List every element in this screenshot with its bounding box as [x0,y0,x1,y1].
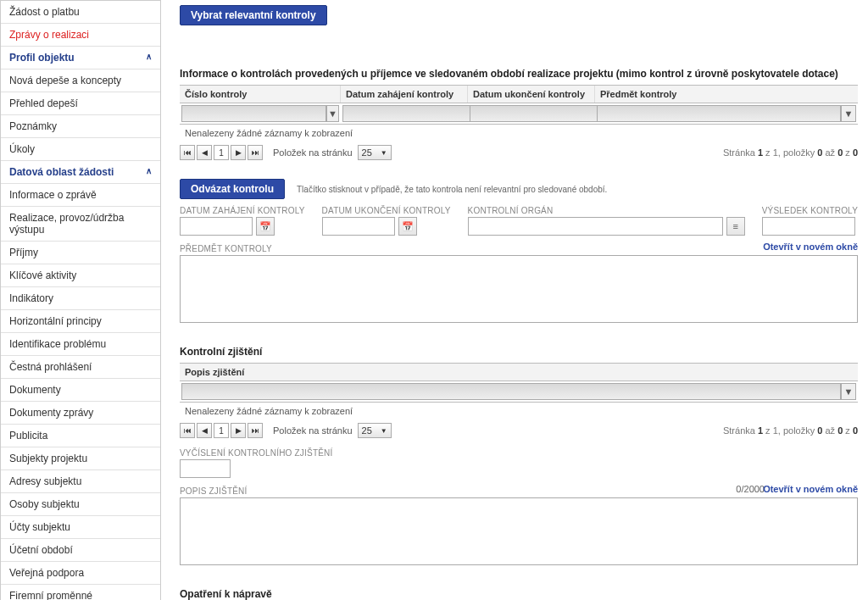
sidebar-item-zadost-o-platbu[interactable]: Žádost o platbu [1,1,160,24]
filter-dz-input[interactable] [342,105,487,122]
sidebar-item-ucty-subjektu[interactable]: Účty subjektu [1,516,160,539]
sidebar-item-label: Osoby subjektu [9,498,80,510]
sidebar-item-label: Adresy subjektu [9,475,81,487]
kontrolni-organ-input[interactable] [468,217,723,236]
grid1-header: Číslo kontroly Datum zahájení kontroly D… [180,85,858,103]
filter-icon[interactable]: ▼ [841,105,856,122]
sidebar-item-ucetni-obdobi[interactable]: Účetní období [1,539,160,562]
sidebar-item-label: Dokumenty zprávy [9,407,93,419]
open-new-window-link[interactable]: Otevřít v novém okně [763,242,858,252]
filter-pred-input[interactable] [597,105,841,122]
label-kontrolni-organ: KONTROLNÍ ORGÁN [468,206,745,215]
open-new-window-link[interactable]: Otevřít v novém okně [763,484,858,494]
calendar-icon[interactable]: 📅 [256,217,275,236]
page-size-select[interactable]: 25▼ [358,423,392,438]
sidebar-item-dokumenty[interactable]: Dokumenty [1,379,160,402]
label-vysledek-kontroly: VÝSLEDEK KONTROLY [762,206,858,215]
sidebar-item-osoby-subjektu[interactable]: Osoby subjektu [1,493,160,516]
pager-next-button[interactable]: ▶ [231,145,246,160]
sidebar-item-dokumenty-zpravy[interactable]: Dokumenty zprávy [1,402,160,425]
sidebar-item-firemni-promenne[interactable]: Firemní proměnné [1,585,160,600]
sidebar-item-label: Nová depeše a koncepty [9,75,121,86]
opatreni-heading: Opatření k nápravě [180,588,858,600]
col-cislo-kontroly[interactable]: Číslo kontroly [180,86,341,103]
vycisleni-input[interactable] [180,459,231,478]
pager-last-button[interactable]: ⏭ [248,423,263,438]
filter-cislo-input[interactable] [181,105,326,122]
grid2-empty-text: Nenalezeny žádné záznamy k zobrazení [180,403,858,419]
predmet-kontroly-textarea[interactable] [180,255,858,323]
chevron-down-icon: ▼ [381,427,387,435]
grid1-empty-text: Nenalezeny žádné záznamy k zobrazení [180,125,858,142]
datum-zahajeni-input[interactable] [180,217,253,236]
char-counter: 0/2000 [736,484,765,494]
col-popis-zjisteni[interactable]: Popis zjištění [180,364,858,381]
sidebar: Žádost o platbu Zprávy o realizaci Profi… [0,0,161,600]
pager-prev-button[interactable]: ◀ [197,423,212,438]
sidebar-item-nova-depese[interactable]: Nová depeše a koncepty [1,69,160,92]
sidebar-item-prijmy[interactable]: Příjmy [1,242,160,264]
col-predmet-kontroly[interactable]: Předmět kontroly [595,86,858,103]
filter-icon[interactable]: ▼ [326,105,339,122]
grid2-pager: ⏮ ◀ 1 ▶ ⏭ Položek na stránku 25▼ Stránka… [180,419,858,442]
popis-zjisteni-textarea[interactable] [180,497,858,565]
page-size-select[interactable]: 25▼ [358,145,392,160]
sidebar-item-horizontalni-principy[interactable]: Horizontální principy [1,310,160,333]
sidebar-item-label: Účetní období [9,544,73,556]
pager-first-button[interactable]: ⏮ [180,423,195,438]
vysledek-kontroly-input[interactable] [762,217,855,236]
sidebar-item-indikatory[interactable]: Indikátory [1,287,160,310]
sidebar-item-profil-objektu[interactable]: Profil objektu∧ [1,47,160,69]
list-icon[interactable]: ≡ [726,217,745,236]
pager-next-button[interactable]: ▶ [231,423,246,438]
main-content: Vybrat relevantní kontroly Informace o k… [161,0,868,600]
pager-page-number[interactable]: 1 [214,423,229,438]
col-datum-zahajeni[interactable]: Datum zahájení kontroly [341,86,468,103]
pager-label: Položek na stránku [273,147,353,158]
sidebar-item-klicove-aktivity[interactable]: Klíčové aktivity [1,264,160,287]
sidebar-item-label: Firemní proměnné [9,590,92,600]
sidebar-item-ukoly[interactable]: Úkoly [1,138,160,161]
chevron-up-icon: ∧ [146,166,152,175]
filter-du-input[interactable] [470,105,615,122]
sidebar-item-label: Poznámky [9,120,57,132]
pager-last-button[interactable]: ⏭ [248,145,263,160]
pager-page-number[interactable]: 1 [214,145,229,160]
pager-prev-button[interactable]: ◀ [197,145,212,160]
filter-icon[interactable]: ▼ [841,383,856,400]
pager-status: Stránka 1 z 1, položky 0 až 0 z 0 [723,147,858,158]
sidebar-item-label: Datová oblast žádosti [9,166,114,178]
sidebar-item-informace-o-zprave[interactable]: Informace o zprávě [1,184,160,207]
sidebar-item-adresy-subjektu[interactable]: Adresy subjektu [1,470,160,493]
filter-popis-input[interactable] [181,383,841,400]
sidebar-item-label: Příjmy [9,247,38,258]
info-heading: Informace o kontrolách provedených u pří… [180,68,858,80]
pager-status: Stránka 1 z 1, položky 0 až 0 z 0 [723,425,858,436]
sidebar-item-datova-oblast[interactable]: Datová oblast žádosti∧ [1,161,160,184]
sidebar-item-label: Klíčové aktivity [9,269,76,281]
chevron-down-icon: ▼ [381,149,387,157]
unbind-control-button[interactable]: Odvázat kontrolu [180,179,285,199]
col-datum-ukonceni[interactable]: Datum ukončení kontroly [468,86,595,103]
select-relevant-controls-button[interactable]: Vybrat relevantní kontroly [180,5,327,25]
sidebar-item-zpravy-o-realizaci[interactable]: Zprávy o realizaci [1,24,160,47]
sidebar-item-realizace-provoz[interactable]: Realizace, provoz/údržba výstupu [1,207,160,242]
sidebar-item-publicita[interactable]: Publicita [1,425,160,447]
sidebar-item-subjekty-projektu[interactable]: Subjekty projektu [1,447,160,470]
sidebar-item-label: Účty subjektu [9,521,70,533]
sidebar-item-poznamky[interactable]: Poznámky [1,115,160,138]
calendar-icon[interactable]: 📅 [398,217,417,236]
sidebar-item-prehled-depesi[interactable]: Přehled depeší [1,92,160,115]
grid2-header: Popis zjištění [180,363,858,381]
grid1-filter-row: ▼ ▼ ▼ ▼ [180,103,858,125]
sidebar-item-cestna-prohlaseni[interactable]: Čestná prohlášení [1,356,160,379]
pager-label: Položek na stránku [273,425,353,436]
pager-first-button[interactable]: ⏮ [180,145,195,160]
chevron-up-icon: ∧ [146,52,152,61]
sidebar-item-identifikace-problemu[interactable]: Identifikace problému [1,333,160,356]
sidebar-item-verejna-podpora[interactable]: Veřejná podpora [1,562,160,585]
sidebar-item-label: Informace o zprávě [9,189,97,201]
sidebar-item-label: Profil objektu [9,52,75,64]
sidebar-item-label: Žádost o platbu [9,6,80,18]
datum-ukonceni-input[interactable] [322,217,395,236]
